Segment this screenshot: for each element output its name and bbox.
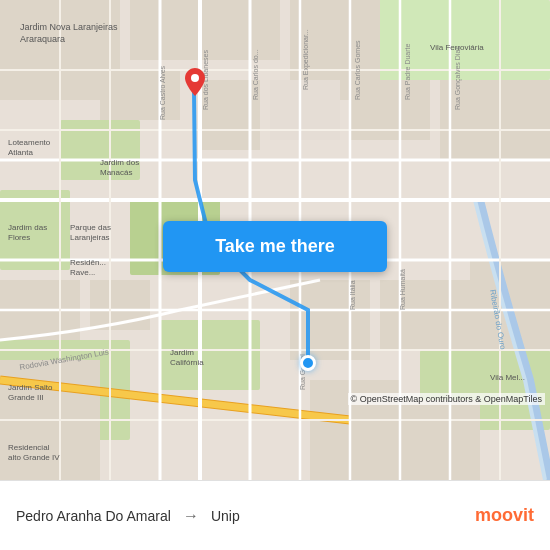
svg-point-76 — [191, 74, 199, 82]
svg-text:Laranjeiras: Laranjeiras — [70, 233, 110, 242]
svg-text:Residên...: Residên... — [70, 258, 106, 267]
destination-pin — [185, 68, 205, 96]
svg-text:Vila Mel...: Vila Mel... — [490, 373, 525, 382]
svg-text:Rua Carlos Gomes: Rua Carlos Gomes — [354, 40, 361, 100]
svg-text:Rua Carlos do...: Rua Carlos do... — [252, 49, 259, 100]
route-to: Unip — [211, 508, 240, 524]
svg-text:Rua Gonçalves Dias: Rua Gonçalves Dias — [454, 46, 462, 110]
svg-rect-18 — [290, 280, 370, 360]
svg-text:Rua Padre Duarte: Rua Padre Duarte — [404, 43, 411, 100]
svg-text:Jardim das: Jardim das — [8, 223, 47, 232]
take-me-there-button[interactable]: Take me there — [163, 221, 387, 272]
svg-text:Califórnia: Califórnia — [170, 358, 204, 367]
route-arrow-icon: → — [183, 507, 199, 525]
svg-text:Rua Itália: Rua Itália — [349, 280, 356, 310]
route-info: Pedro Aranha Do Amaral → Unip — [16, 507, 240, 525]
svg-text:Rua Expedicionar...: Rua Expedicionar... — [302, 29, 310, 90]
svg-text:Flores: Flores — [8, 233, 30, 242]
svg-text:Rua Humaitá: Rua Humaitá — [399, 269, 406, 310]
map-credit: © OpenStreetMap contributors & OpenMapTi… — [348, 393, 545, 405]
svg-text:Jardim dos: Jardim dos — [100, 158, 139, 167]
svg-text:Jardim: Jardim — [170, 348, 194, 357]
svg-rect-19 — [380, 280, 470, 350]
moovit-text: moovit — [475, 505, 534, 526]
svg-rect-11 — [100, 70, 180, 120]
map-container: Jardim Nova Laranjeiras Araraquara Lotea… — [0, 0, 550, 480]
svg-text:Jardim Nova Laranjeiras: Jardim Nova Laranjeiras — [20, 22, 118, 32]
svg-text:Rua Castro Alves: Rua Castro Alves — [159, 65, 166, 120]
svg-text:Grande III: Grande III — [8, 393, 44, 402]
moovit-logo: moovit — [475, 505, 534, 526]
svg-text:Manacás: Manacás — [100, 168, 132, 177]
svg-text:Jardim Salto: Jardim Salto — [8, 383, 53, 392]
svg-text:Rave...: Rave... — [70, 268, 95, 277]
svg-text:alto Grande IV: alto Grande IV — [8, 453, 60, 462]
svg-text:Parque das: Parque das — [70, 223, 111, 232]
svg-text:Araraquara: Araraquara — [20, 34, 65, 44]
svg-text:Atlanta: Atlanta — [8, 148, 33, 157]
svg-text:Loteamento: Loteamento — [8, 138, 51, 147]
svg-text:Residencial: Residencial — [8, 443, 50, 452]
route-from: Pedro Aranha Do Amaral — [16, 508, 171, 524]
svg-rect-23 — [400, 400, 480, 480]
origin-dot — [300, 355, 316, 371]
bottom-bar: Pedro Aranha Do Amaral → Unip moovit — [0, 480, 550, 550]
